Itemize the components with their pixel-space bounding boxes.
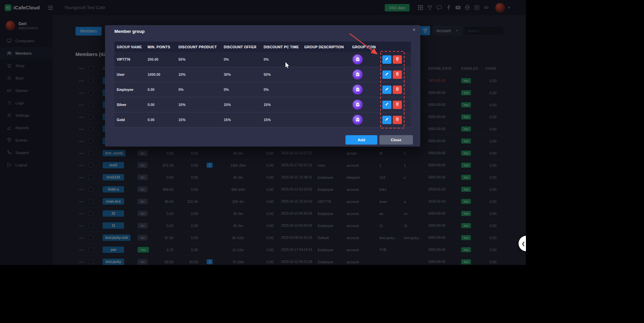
group-name: Silver xyxy=(114,103,145,107)
ghost-group-icon xyxy=(352,114,363,125)
group-column-header: GROUP DESCRIPTION xyxy=(302,45,350,49)
chevron-left-icon: ❮ xyxy=(522,241,525,246)
group-row: Employee 0.00 0% 0% 0% xyxy=(114,82,411,97)
group-table: GROUP NAMEMIN. POINTSDISCOUNT PRODUCTDIS… xyxy=(114,42,411,127)
group-discount-product: 0% xyxy=(176,88,221,92)
trash-icon xyxy=(395,87,399,92)
group-row: VIP7776 200.00 50% 0% 0% xyxy=(114,52,411,67)
trash-icon xyxy=(395,102,399,107)
group-name: VIP7776 xyxy=(114,57,145,61)
group-discount-pc-time: 15% xyxy=(261,103,302,107)
member-group-modal: Member group × GROUP NAMEMIN. POINTSDISC… xyxy=(105,25,420,147)
delete-group-button[interactable] xyxy=(393,116,402,124)
trash-icon xyxy=(395,72,399,77)
edit-group-button[interactable] xyxy=(382,86,391,94)
group-min-points: 200.00 xyxy=(145,57,176,61)
group-discount-pc-time: 0% xyxy=(261,88,302,92)
group-discount-offer: 15% xyxy=(221,118,261,122)
close-icon[interactable]: × xyxy=(413,27,416,33)
ghost-group-icon xyxy=(352,69,363,80)
ghost-group-icon xyxy=(352,84,363,95)
group-column-header: GROUP ICON xyxy=(350,45,381,49)
group-column-header: DISCOUNT OFFER xyxy=(221,45,261,49)
group-row: Gold 0.00 15% 15% 15% xyxy=(114,112,411,127)
add-group-button[interactable]: Add xyxy=(345,135,377,145)
delete-group-button[interactable] xyxy=(393,55,402,64)
group-discount-product: 10% xyxy=(176,72,221,76)
pencil-icon xyxy=(385,117,389,122)
group-column-header: GROUP NAME xyxy=(114,45,145,49)
group-min-points: 0.00 xyxy=(145,88,176,92)
group-discount-offer: 0% xyxy=(221,88,261,92)
edit-group-button[interactable] xyxy=(382,70,391,79)
modal-title: Member group xyxy=(114,29,145,34)
group-column-header: DISCOUNT PC TIME xyxy=(261,45,302,49)
pencil-icon xyxy=(385,102,389,107)
group-discount-offer: 10% xyxy=(221,103,261,107)
edit-group-button[interactable] xyxy=(382,55,391,64)
delete-group-button[interactable] xyxy=(393,101,402,109)
pencil-icon xyxy=(385,87,389,92)
pencil-icon xyxy=(385,72,389,77)
group-discount-product: 50% xyxy=(176,57,221,61)
trash-icon xyxy=(395,57,399,62)
group-row: Silver 0.00 10% 10% 15% xyxy=(114,97,411,112)
group-min-points: 1000.00 xyxy=(145,72,176,76)
edit-group-button[interactable] xyxy=(382,101,391,109)
delete-group-button[interactable] xyxy=(393,86,402,94)
group-min-points: 0.00 xyxy=(145,103,176,107)
group-table-header: GROUP NAMEMIN. POINTSDISCOUNT PRODUCTDIS… xyxy=(114,42,411,52)
group-discount-pc-time: 15% xyxy=(261,118,302,122)
group-row: User 1000.00 10% 30% 50% xyxy=(114,67,411,82)
group-discount-offer: 0% xyxy=(221,57,261,61)
group-min-points: 0.00 xyxy=(145,118,176,122)
group-discount-offer: 30% xyxy=(221,72,261,76)
group-discount-product: 10% xyxy=(176,103,221,107)
pencil-icon xyxy=(385,57,389,62)
delete-group-button[interactable] xyxy=(393,70,402,79)
app-window: iC iCafeCloud Youngzsoft Test Cafe 1411 … xyxy=(0,0,526,265)
modal-footer: Add Close xyxy=(345,135,413,145)
close-modal-button[interactable]: Close xyxy=(379,135,413,145)
group-name: Employee xyxy=(114,88,145,92)
group-name: User xyxy=(114,72,145,76)
ghost-group-icon xyxy=(352,99,363,110)
edit-group-button[interactable] xyxy=(382,116,391,124)
group-discount-pc-time: 0% xyxy=(261,57,302,61)
group-name: Gold xyxy=(114,118,145,122)
group-column-header: DISCOUNT PRODUCT xyxy=(176,45,221,49)
group-discount-pc-time: 50% xyxy=(261,72,302,76)
ghost-group-icon xyxy=(352,54,363,65)
group-discount-product: 15% xyxy=(176,118,221,122)
trash-icon xyxy=(395,117,399,122)
group-table-body: VIP7776 200.00 50% 0% 0% User 1000.00 10… xyxy=(114,52,411,127)
group-column-header: MIN. POINTS xyxy=(145,45,176,49)
